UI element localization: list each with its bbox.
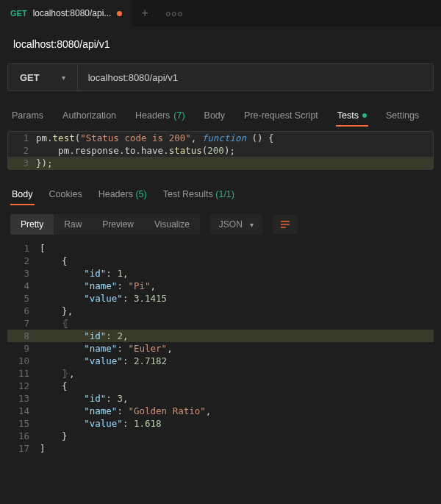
request-tab-params[interactable]: Params [10, 106, 45, 128]
json-line[interactable]: 6 }, [7, 305, 434, 317]
unsaved-dot-icon [117, 11, 122, 16]
view-mode-pretty[interactable]: Pretty [10, 214, 54, 235]
tab-label: Pre-request Script [244, 110, 318, 121]
request-tab-settings[interactable]: Settings [384, 106, 420, 128]
response-tabs: BodyCookiesHeaders (5)Test Results (1/1) [7, 182, 434, 207]
line-number: 7 [7, 317, 40, 330]
response-toolbar: PrettyRawPreviewVisualize JSON ▾ [7, 207, 434, 242]
json-line[interactable]: 17] [7, 442, 434, 455]
request-tab-pre-request-script[interactable]: Pre-request Script [243, 106, 320, 128]
json-line[interactable]: 3 "id": 1, [7, 267, 434, 280]
format-label: JSON [219, 219, 243, 230]
line-number: 3 [8, 157, 36, 169]
view-mode-segments: PrettyRawPreviewVisualize [10, 214, 200, 235]
tab-label: Test Results [163, 189, 213, 199]
line-number: 16 [7, 430, 40, 442]
tests-editor[interactable]: 1pm.test("Status code is 200", function … [7, 131, 434, 170]
tab-label: Tests [337, 110, 359, 121]
view-mode-raw[interactable]: Raw [54, 214, 92, 235]
wrap-icon [280, 220, 290, 229]
json-line[interactable]: 5 "value": 3.1415 [7, 292, 434, 305]
active-dot-icon [362, 113, 367, 118]
json-line[interactable]: 2 { [7, 255, 434, 267]
json-line[interactable]: 14 "name": "Golden Ratio", [7, 405, 434, 417]
request-tab-authorization[interactable]: Authorization [61, 106, 118, 128]
response-body-viewer[interactable]: 1[2 {3 "id": 1,4 "name": "Pi",5 "value":… [7, 242, 434, 455]
url-input[interactable]: localhost:8080/api/v1 [78, 64, 433, 90]
tab-label: Body [12, 189, 33, 199]
json-line[interactable]: 8 "id": 2, [7, 330, 434, 342]
tab-label: Authorization [62, 110, 116, 121]
request-tab-headers[interactable]: Headers (7) [134, 106, 187, 128]
tab-label: Settings [386, 110, 419, 121]
line-number: 10 [7, 355, 40, 367]
line-number: 8 [7, 330, 40, 342]
code-line[interactable]: 1pm.test("Status code is 200", function … [8, 132, 433, 144]
line-number: 2 [7, 255, 40, 267]
request-tab[interactable]: GET localhost:8080/api... [0, 0, 132, 26]
new-tab-button[interactable]: + [132, 7, 157, 20]
line-number: 1 [8, 132, 36, 144]
request-tabs: ParamsAuthorizationHeaders (7)BodyPre-re… [0, 99, 441, 128]
json-line[interactable]: 10 "value": 2.7182 [7, 355, 434, 367]
line-number: 6 [7, 305, 40, 317]
json-line[interactable]: 11 ⦄, [7, 367, 434, 380]
tab-overflow-button[interactable]: ooo [157, 9, 193, 18]
response-tab-headers[interactable]: Headers (5) [97, 185, 148, 207]
view-mode-preview[interactable]: Preview [92, 214, 144, 235]
response-tab-test-results[interactable]: Test Results (1/1) [162, 185, 236, 207]
wrap-lines-button[interactable] [273, 215, 298, 234]
request-tab-tests[interactable]: Tests [336, 106, 368, 128]
line-number: 2 [8, 144, 36, 157]
line-number: 3 [7, 267, 40, 280]
line-number: 5 [7, 292, 40, 305]
line-number: 9 [7, 342, 40, 355]
response-tab-cookies[interactable]: Cookies [48, 185, 84, 207]
line-number: 1 [7, 242, 40, 255]
json-line[interactable]: 13 "id": 3, [7, 392, 434, 405]
tab-label: Body [204, 110, 226, 121]
tab-label: Headers [135, 110, 170, 121]
line-number: 13 [7, 392, 40, 405]
tab-method: GET [10, 9, 27, 18]
line-number: 15 [7, 417, 40, 430]
json-line[interactable]: 16 } [7, 430, 434, 442]
format-dropdown[interactable]: JSON ▾ [210, 214, 262, 235]
tab-count: (5) [135, 189, 146, 199]
method-label: GET [20, 72, 40, 83]
json-line[interactable]: 1[ [7, 242, 434, 255]
view-mode-visualize[interactable]: Visualize [144, 214, 200, 235]
response-tab-body[interactable]: Body [10, 185, 35, 207]
tab-strip: GET localhost:8080/api... + ooo [0, 0, 441, 26]
json-line[interactable]: 12 { [7, 380, 434, 392]
json-line[interactable]: 9 "name": "Euler", [7, 342, 434, 355]
tab-title: localhost:8080/api... [33, 8, 112, 18]
json-line[interactable]: 7 ⦃ [7, 317, 434, 330]
json-line[interactable]: 15 "value": 1.618 [7, 417, 434, 430]
request-tab-body[interactable]: Body [203, 106, 227, 128]
line-number: 4 [7, 280, 40, 292]
tab-label: Cookies [49, 189, 82, 199]
tab-label: Params [12, 110, 43, 121]
request-row: GET ▾ localhost:8080/api/v1 [7, 63, 434, 91]
tab-label: Headers [98, 189, 133, 199]
chevron-down-icon: ▾ [250, 221, 254, 229]
line-number: 11 [7, 367, 40, 380]
code-line[interactable]: 2 pm.response.to.have.status(200); [8, 144, 433, 157]
code-line[interactable]: 3}); [8, 157, 433, 169]
request-title: localhost:8080/api/v1 [0, 26, 441, 56]
method-dropdown[interactable]: GET ▾ [8, 64, 78, 90]
tab-count: (1/1) [215, 189, 234, 199]
line-number: 12 [7, 380, 40, 392]
line-number: 14 [7, 405, 40, 417]
tab-count: (7) [173, 110, 184, 121]
chevron-down-icon: ▾ [62, 74, 65, 82]
line-number: 17 [7, 442, 40, 455]
json-line[interactable]: 4 "name": "Pi", [7, 280, 434, 292]
